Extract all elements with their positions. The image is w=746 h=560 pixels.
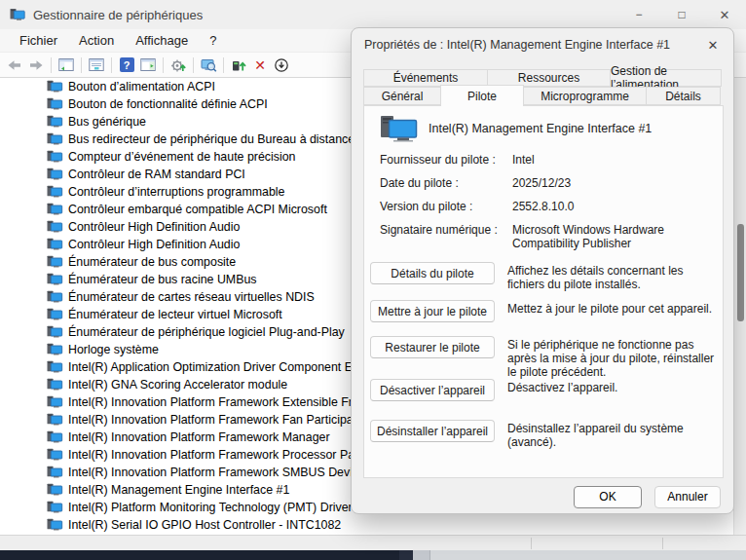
maximize-button[interactable]: □ [660, 0, 703, 29]
toolbar-separator [81, 57, 82, 73]
system-device-icon [47, 466, 63, 479]
driver-actions: Détails du pilote Affichez les détails c… [370, 262, 719, 449]
window-title: Gestionnaire de périphériques [33, 8, 203, 22]
ok-button[interactable]: OK [574, 486, 642, 508]
tree-item[interactable]: Intel(R) Serial IO GPIO Host Controller … [0, 516, 733, 534]
device-name: Intel(R) Management Engine Interface #1 [429, 122, 652, 135]
help-icon[interactable]: ? [116, 56, 137, 75]
device-icon [380, 114, 419, 143]
dialog-tab[interactable]: Microprogramme [523, 87, 647, 105]
uninstall-device-icon[interactable]: ✕ [249, 56, 271, 75]
action-description: Désinstallez l’appareil du système (avan… [507, 420, 716, 449]
system-device-icon [47, 220, 63, 234]
action-pane-icon[interactable] [137, 56, 159, 75]
minimize-button[interactable]: − [617, 0, 660, 29]
toolbar-separator [163, 57, 164, 73]
system-device-icon [47, 413, 63, 427]
field-label: Date du pilote : [380, 176, 512, 190]
action-row: Désactiver l’appareil Désactivez l’appar… [370, 379, 719, 401]
action-description: Désactivez l’appareil. [507, 379, 716, 394]
toolbar-separator [111, 57, 112, 73]
dialog-title: Propriétés de : Intel(R) Management Engi… [352, 38, 670, 52]
titlebar: Gestionnaire de périphériques − □ ✕ [0, 0, 746, 29]
action-row: Mettre à jour le pilote Mettez à jour le… [370, 300, 719, 322]
field-row: Fournisseur du pilote : Intel [380, 153, 711, 167]
field-label: Version du pilote : [380, 200, 512, 213]
tab-row-primary: Général Pilote Microprogramme Détails [363, 87, 721, 105]
system-device-icon [47, 168, 63, 181]
toolbar-separator [51, 57, 52, 73]
field-value: 2552.8.10.0 [512, 200, 711, 213]
toolbar-separator [193, 57, 194, 73]
dialog-tab[interactable]: Pilote [440, 85, 524, 106]
system-device-icon [47, 518, 63, 532]
system-device-icon [47, 430, 63, 444]
system-device-icon [47, 273, 63, 286]
scan-hardware-changes-icon[interactable] [168, 56, 189, 75]
action-description: Mettez à jour le pilote pour cet apparei… [507, 300, 716, 316]
close-button[interactable]: ✕ [703, 0, 746, 29]
system-device-icon [47, 203, 63, 216]
dialog-tab[interactable]: Général [363, 87, 441, 105]
system-device-icon [47, 185, 63, 199]
device-manager-icon [10, 8, 25, 22]
menu-item[interactable]: Fichier [9, 29, 68, 53]
dialog-tab[interactable]: Gestion de l’alimentation [610, 69, 722, 87]
disable-device-icon[interactable] [271, 56, 292, 75]
dialog-close-button[interactable]: ✕ [692, 28, 733, 61]
action-description: Affichez les détails concernant les fich… [507, 262, 716, 291]
remote-computer-icon[interactable] [198, 56, 219, 75]
field-row: Signataire numérique : Microsoft Windows… [380, 223, 711, 250]
driver-action-button[interactable]: Désinstaller l’appareil [370, 420, 495, 442]
tree-vertical-scrollbar[interactable] [733, 78, 746, 535]
properties-icon[interactable] [86, 56, 107, 75]
dialog-tab[interactable]: Détails [646, 87, 721, 105]
statusbar [0, 535, 746, 550]
menu-item[interactable]: Action [68, 29, 125, 53]
forward-icon[interactable] [25, 56, 47, 75]
driver-action-button[interactable]: Désactiver l’appareil [370, 379, 495, 401]
show-console-tree-icon[interactable] [56, 56, 77, 75]
field-row: Version du pilote : 2552.8.10.0 [380, 200, 711, 213]
field-value: Microsoft Windows Hardware Compatibility… [512, 223, 711, 250]
bottom-strip [0, 550, 746, 560]
taskbar-segment [430, 550, 746, 560]
system-device-icon [47, 150, 63, 164]
system-device-icon [47, 501, 63, 514]
menu-item[interactable]: ? [199, 29, 227, 53]
driver-tab-panel: Intel(R) Management Engine Interface #1 … [363, 105, 724, 478]
dialog-footer: OK Annuler [352, 478, 733, 515]
driver-action-button[interactable]: Restaurer le pilote [370, 336, 495, 358]
system-device-icon [47, 325, 63, 339]
system-device-icon [47, 448, 63, 462]
system-device-icon [47, 132, 63, 146]
scrollbar-thumb[interactable] [737, 224, 744, 321]
system-device-icon [47, 395, 63, 409]
cancel-button[interactable]: Annuler [654, 486, 721, 508]
system-device-icon [47, 255, 63, 269]
back-icon[interactable] [4, 56, 25, 75]
menu-item[interactable]: Affichage [125, 29, 199, 53]
action-row: Détails du pilote Affichez les détails c… [370, 262, 719, 291]
driver-action-button[interactable]: Mettre à jour le pilote [370, 300, 495, 322]
dialog-titlebar: Propriétés de : Intel(R) Management Engi… [352, 28, 733, 61]
driver-fields: Fournisseur du pilote : Intel Date du pi… [380, 153, 711, 260]
update-driver-icon[interactable] [228, 56, 249, 75]
driver-action-button[interactable]: Détails du pilote [370, 262, 495, 284]
system-device-icon [47, 378, 63, 392]
system-device-icon [47, 290, 63, 304]
system-device-icon [47, 80, 63, 93]
taskbar-segment [413, 550, 430, 560]
system-device-icon [47, 238, 63, 251]
window-controls: − □ ✕ [617, 0, 746, 29]
field-value: 2025/12/23 [512, 176, 711, 190]
device-header: Intel(R) Management Engine Interface #1 [380, 114, 652, 143]
system-device-icon [47, 343, 63, 356]
action-row: Restaurer le pilote Si le périphérique n… [370, 336, 719, 379]
system-device-icon [47, 483, 63, 497]
field-label: Fournisseur du pilote : [380, 153, 512, 167]
action-description: Si le périphérique ne fonctionne pas apr… [507, 336, 716, 379]
field-label: Signataire numérique : [380, 223, 512, 250]
screen: Gestionnaire de périphériques − □ ✕ Fich… [0, 0, 746, 560]
taskbar-segment [399, 550, 413, 560]
